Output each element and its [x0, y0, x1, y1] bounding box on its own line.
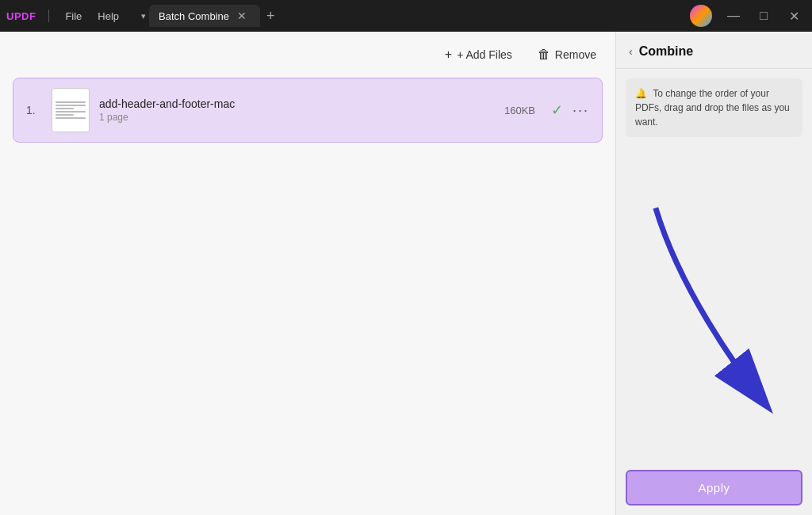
file-size: 160KB [504, 105, 535, 116]
title-bar: UPDF File Help ▾ Batch Combine ✕ + — □ ✕ [0, 0, 812, 32]
tab-close-button[interactable]: ✕ [236, 10, 248, 22]
tab-title: Batch Combine [159, 10, 229, 22]
menu-file[interactable]: File [59, 7, 88, 25]
tab-dropdown-button[interactable]: ▾ [138, 10, 149, 23]
trash-icon: 🗑 [538, 48, 550, 62]
file-thumbnail [52, 88, 90, 132]
thumb-line-4 [56, 111, 86, 113]
thumb-line-3 [56, 108, 74, 109]
minimize-button[interactable]: — [722, 4, 745, 28]
check-icon: ✓ [551, 101, 563, 119]
apply-button[interactable]: Apply [626, 470, 802, 505]
add-files-label: + Add Files [457, 48, 512, 61]
file-list: 1. add-header-and-footer-mac 1 page [13, 78, 603, 143]
remove-label: Remove [555, 48, 596, 61]
toolbar: + + Add Files 🗑 Remove [13, 44, 603, 65]
back-button[interactable]: ‹ [629, 45, 633, 58]
thumb-line-2 [56, 105, 86, 106]
right-panel: ‹ Combine 🔔 To change the order of your … [615, 32, 812, 515]
apply-button-wrapper: Apply [616, 460, 812, 515]
table-row[interactable]: 1. add-header-and-footer-mac 1 page [13, 78, 603, 143]
add-files-button[interactable]: + + Add Files [439, 44, 519, 65]
window-controls: — □ ✕ [722, 4, 806, 28]
batch-combine-tab[interactable]: Batch Combine ✕ [149, 5, 260, 27]
thumb-line-5 [56, 114, 74, 116]
maximize-button[interactable]: □ [752, 4, 776, 28]
combine-title: Combine [639, 44, 693, 59]
arrow-area [616, 137, 812, 460]
bell-icon: 🔔 [635, 88, 647, 99]
file-menu-button[interactable]: ··· [573, 102, 589, 119]
main-content: + + Add Files 🗑 Remove 1. [0, 32, 812, 515]
left-panel: + + Add Files 🗑 Remove 1. [0, 32, 615, 515]
file-pages: 1 page [99, 112, 495, 123]
tab-bar: ▾ Batch Combine ✕ + [138, 5, 684, 28]
file-info: add-header-and-footer-mac 1 page [99, 97, 495, 123]
file-name: add-header-and-footer-mac [99, 97, 495, 110]
thumb-line-6 [56, 117, 86, 119]
hint-box: 🔔 To change the order of your PDFs, drag… [626, 78, 802, 137]
right-panel-header: ‹ Combine [616, 32, 812, 69]
close-button[interactable]: ✕ [782, 4, 806, 28]
file-index: 1. [26, 104, 42, 116]
app-name: UPDF [6, 10, 36, 22]
avatar [690, 5, 712, 27]
divider [48, 10, 49, 22]
app-logo: UPDF [6, 10, 36, 22]
add-tab-button[interactable]: + [260, 5, 282, 28]
remove-button[interactable]: 🗑 Remove [531, 44, 603, 65]
menu-bar: File Help [59, 7, 125, 25]
thumbnail-preview [52, 98, 89, 122]
menu-help[interactable]: Help [91, 7, 125, 25]
add-icon: + [445, 48, 452, 62]
hint-text: To change the order of your PDFs, drag a… [635, 88, 790, 128]
thumb-line-1 [56, 101, 86, 103]
arrow-graphic [616, 137, 812, 460]
